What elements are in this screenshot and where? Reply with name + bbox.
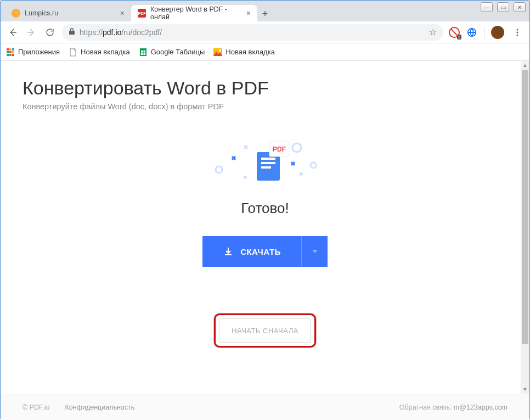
browser-menu-button[interactable] [511,26,524,39]
footer-feedback-email[interactable]: m@123apps.com [454,404,508,411]
window-minimize-button[interactable]: — [481,2,493,12]
bookmark-new-tab-1[interactable]: Новая вкладка [69,48,130,57]
svg-point-30 [311,163,316,168]
profile-avatar[interactable] [491,26,504,39]
kebab-menu-icon [513,28,522,37]
extension-badge: 1 [457,35,461,40]
tab-close-icon[interactable]: × [120,9,125,17]
picture-icon [213,48,222,57]
svg-rect-11 [7,54,9,56]
download-icon [223,246,234,257]
bookmark-label: Новая вкладка [81,48,130,56]
window-maximize-button[interactable]: ▭ [497,2,509,12]
toolbar-divider [484,26,484,39]
page-content: Конвертировать Word в PDF Конвертируйте … [1,61,529,420]
restart-highlight: НАЧАТЬ СНАЧАЛА [214,313,316,348]
bookmark-new-tab-2[interactable]: Новая вкладка [213,48,275,57]
conversion-illustration: PDF [205,136,325,190]
arrow-left-icon [8,27,18,37]
vertical-scrollbar[interactable]: ▲ ▼ [521,61,529,394]
bookmark-google-sheets[interactable]: Google Таблицы [139,48,205,57]
download-button-label: СКАЧАТЬ [240,247,281,256]
svg-rect-8 [7,51,9,53]
svg-rect-26 [261,166,271,169]
bookmark-label: Новая вкладка [225,48,275,56]
sheets-icon [139,48,148,57]
svg-text:PDF: PDF [273,145,286,153]
svg-point-2 [517,29,518,30]
svg-point-29 [292,143,301,152]
bookmark-apps[interactable]: Приложения [6,48,60,57]
svg-rect-6 [9,48,12,51]
svg-rect-10 [12,51,14,53]
extension-adblock-icon[interactable]: 1 [449,27,460,38]
tab-close-icon[interactable]: × [246,9,251,17]
scroll-thumb[interactable] [522,70,528,344]
tab-lumpics[interactable]: Lumpics.ru × [5,5,131,21]
page-icon [69,48,77,57]
bookmark-star-icon[interactable]: ☆ [429,27,437,37]
svg-rect-25 [261,162,275,164]
svg-point-3 [517,31,518,33]
svg-point-20 [219,49,221,52]
orange-favicon-icon [12,9,20,18]
ready-status-label: Готово! [1,200,529,217]
bookmark-label: Google Таблицы [151,48,205,56]
svg-point-4 [517,34,518,36]
forward-button[interactable] [25,26,38,39]
svg-point-31 [300,172,303,176]
footer-brand: © PDF.io [22,404,50,411]
reload-button[interactable] [43,26,57,39]
tab-strip: Lumpics.ru × PDF Конвертер Word в PDF - … [1,1,529,21]
svg-rect-12 [9,54,12,56]
scroll-up-button[interactable]: ▲ [521,61,529,70]
svg-point-22 [244,176,247,179]
svg-rect-13 [12,54,14,56]
lock-icon [69,27,75,37]
bookmark-label: Приложения [18,48,60,56]
restart-button[interactable]: НАЧАТЬ СНАЧАЛА [219,318,311,343]
reload-icon [45,27,55,37]
tab-title: Конвертер Word в PDF - онлай [150,5,242,21]
tab-title: Lumpics.ru [25,9,58,17]
download-options-button[interactable] [301,236,328,267]
scroll-down-button[interactable]: ▼ [521,385,529,394]
footer-privacy-link[interactable]: Конфиденциальность [65,404,135,411]
page-footer: © PDF.io Конфиденциальность Обратная свя… [1,394,529,420]
back-button[interactable] [6,26,19,39]
extension-globe-icon[interactable] [466,27,477,38]
footer-feedback-label: Обратная связь: [399,404,454,411]
url-text: https://pdf.io/ru/doc2pdf/ [80,28,162,37]
svg-point-21 [216,166,222,173]
download-button[interactable]: СКАЧАТЬ [202,236,301,267]
svg-rect-5 [7,48,9,51]
new-tab-button[interactable]: + [257,6,273,21]
window-close-button[interactable]: ✕ [514,2,526,12]
arrow-right-icon [26,27,36,37]
address-bar[interactable]: https://pdf.io/ru/doc2pdf/ ☆ [62,24,443,41]
apps-grid-icon [6,48,15,57]
pdf-favicon-icon: PDF [138,9,146,18]
svg-rect-7 [12,48,14,51]
svg-rect-24 [261,158,275,160]
page-title: Конвертировать Word в PDF [1,77,529,99]
page-subtitle: Конвертируйте файлы Word (doc, docx) в ф… [1,102,529,111]
svg-rect-9 [9,51,12,53]
caret-down-icon [311,248,319,255]
restart-button-label: НАЧАТЬ СНАЧАЛА [232,327,298,335]
bookmarks-bar: Приложения Новая вкладка Google Таблицы … [1,43,529,61]
browser-toolbar: https://pdf.io/ru/doc2pdf/ ☆ 1 [1,21,529,43]
tab-pdfio[interactable]: PDF Конвертер Word в PDF - онлай × [131,5,257,21]
